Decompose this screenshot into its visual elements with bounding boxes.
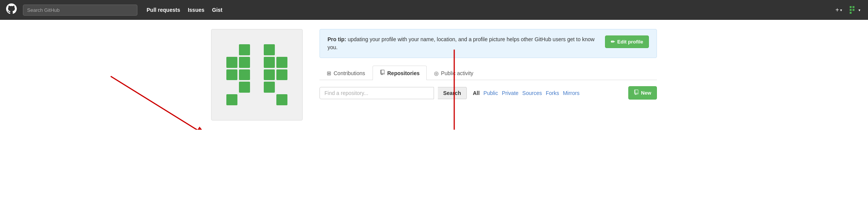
identicon-cell [226, 82, 237, 93]
identicon-cell [276, 82, 287, 93]
tabs: ⊞ Contributions Repositories ◎ Public ac… [319, 66, 657, 80]
gist-link[interactable]: Gist [212, 7, 223, 13]
svg-rect-1 [853, 6, 855, 8]
tab-public-activity-label: Public activity [441, 70, 473, 76]
protip-text: Pro tip: updating your profile with your… [328, 35, 597, 51]
svg-line-7 [111, 76, 206, 130]
tab-repositories[interactable]: Repositories [373, 66, 427, 80]
tab-contributions[interactable]: ⊞ Contributions [319, 66, 373, 80]
filter-all-label: All [473, 90, 480, 96]
public-activity-icon: ◎ [434, 70, 439, 76]
edit-profile-button[interactable]: ✏ Edit profile [605, 35, 649, 48]
tab-repositories-label: Repositories [387, 70, 420, 76]
identicon-cell [239, 94, 250, 105]
repo-filter-bar: Search All Public Private Sources Forks … [319, 86, 657, 100]
identicon-cell [264, 69, 275, 80]
navbar-links: Pull requests Issues Gist [147, 7, 223, 13]
identicon-cell [264, 94, 275, 105]
identicon-cell [226, 44, 237, 55]
add-chevron-icon: ▾ [840, 8, 842, 12]
page-container: Pro tip: updating your profile with your… [205, 20, 663, 130]
repo-search-button[interactable]: Search [438, 87, 467, 99]
sidebar [211, 29, 310, 121]
contributions-icon: ⊞ [327, 70, 331, 76]
new-repo-button[interactable]: New [628, 86, 657, 100]
avatar [211, 29, 303, 121]
github-logo-icon [6, 3, 17, 17]
identicon-cell [264, 57, 275, 68]
tab-public-activity[interactable]: ◎ Public activity [427, 66, 481, 80]
identicon-cell [239, 69, 250, 80]
pull-requests-link[interactable]: Pull requests [147, 7, 180, 13]
edit-profile-label: Edit profile [617, 39, 643, 45]
user-chevron-icon: ▾ [858, 8, 860, 12]
identicon-cell [239, 57, 250, 68]
navbar: Pull requests Issues Gist + ▾ [0, 0, 868, 20]
identicon-cell [276, 57, 287, 68]
identicon-cell [264, 44, 275, 55]
identicon-cell [276, 94, 287, 105]
svg-rect-2 [850, 9, 852, 11]
identicon-cell [239, 44, 250, 55]
identicon-cell [252, 44, 263, 55]
issues-link[interactable]: Issues [188, 7, 205, 13]
identicon-cell [252, 82, 263, 93]
identicon-cell [226, 57, 237, 68]
search-input[interactable] [23, 5, 137, 16]
protip-prefix: Pro tip: [328, 36, 346, 42]
filter-public-link[interactable]: Public [484, 90, 498, 96]
svg-rect-0 [850, 6, 852, 8]
filter-sources-link[interactable]: Sources [522, 90, 542, 96]
identicon-cell [252, 69, 263, 80]
filter-mirrors-link[interactable]: Mirrors [563, 90, 580, 96]
svg-rect-3 [853, 9, 855, 11]
user-menu-button[interactable]: ▾ [848, 5, 862, 15]
svg-rect-4 [850, 12, 852, 14]
new-repo-icon [634, 90, 639, 96]
identicon-grid [226, 44, 287, 105]
tab-contributions-label: Contributions [334, 70, 365, 76]
identicon-cell [276, 44, 287, 55]
identicon-cell [239, 82, 250, 93]
identicon-cell [252, 94, 263, 105]
protip-banner: Pro tip: updating your profile with your… [319, 29, 657, 58]
identicon-cell [252, 57, 263, 68]
new-repo-label: New [641, 90, 651, 96]
filter-forks-link[interactable]: Forks [546, 90, 559, 96]
main-content: Pro tip: updating your profile with your… [319, 29, 657, 121]
identicon-cell [226, 69, 237, 80]
identicon-cell [264, 82, 275, 93]
plus-icon: + [836, 6, 839, 13]
protip-body: updating your profile with your name, lo… [328, 36, 595, 50]
repositories-icon [380, 70, 385, 76]
identicon-cell [276, 69, 287, 80]
navbar-search [23, 5, 137, 16]
filter-private-link[interactable]: Private [502, 90, 519, 96]
identicon-small-icon [850, 6, 857, 14]
filter-links: All Public Private Sources Forks Mirrors [473, 90, 580, 96]
add-button[interactable]: + ▾ [834, 5, 844, 15]
navbar-actions: + ▾ ▾ [834, 5, 862, 15]
repo-search-input[interactable] [319, 87, 434, 99]
identicon-cell [226, 94, 237, 105]
pencil-icon: ✏ [611, 39, 615, 45]
